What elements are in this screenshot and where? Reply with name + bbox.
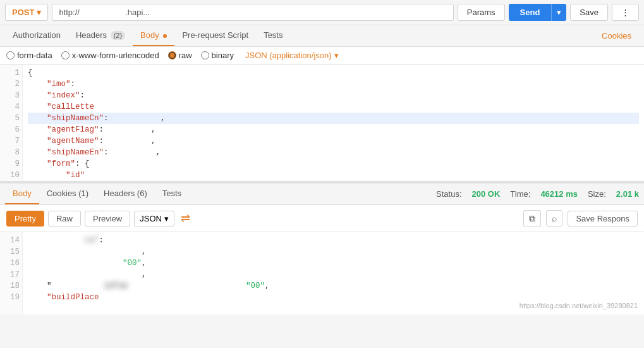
response-tab-nav: Body Cookies (1) Headers (6) Tests Statu… <box>0 183 644 205</box>
code-line-10: "id" <box>28 170 639 181</box>
json-type-selector[interactable]: JSON (application/json) ▾ <box>245 51 339 60</box>
watermark: https://blog.csdn.net/weixin_39280821 <box>519 302 638 309</box>
response-section: Body Cookies (1) Headers (6) Tests Statu… <box>0 183 644 314</box>
radio-form-data[interactable]: form-data <box>6 51 52 60</box>
resp-line-18: " ldTim "00", <box>28 280 639 292</box>
code-line-5: "shipNameCn": , <box>28 113 639 124</box>
send-group: Send ▾ <box>509 4 567 21</box>
code-line-1: { <box>28 67 639 78</box>
code-line-6: "agentFlag": , <box>28 124 639 135</box>
code-line-7: "agentName": , <box>28 135 639 147</box>
body-dot-indicator <box>163 34 167 38</box>
code-line-8: "shipNameEn": , <box>28 147 639 158</box>
response-line-numbers: 14 15 16 17 18 19 <box>0 232 23 314</box>
tab-headers[interactable]: Headers (2) <box>68 25 133 46</box>
code-line-4: "callLette <box>28 101 639 113</box>
radio-binary[interactable]: binary <box>201 51 234 60</box>
code-line-2: "imo": <box>28 78 639 90</box>
request-body-editor[interactable]: 1 2 3 4 5 6 7 8 9 10 11 12 13 { "imo": "… <box>0 65 644 183</box>
code-line-3: "index": <box>28 90 639 101</box>
save-extra-button[interactable]: ⋮ <box>612 4 639 21</box>
tab-authorization[interactable]: Authorization <box>5 25 68 46</box>
headers-badge: (2) <box>111 31 125 40</box>
tab-pre-request-script[interactable]: Pre-request Script <box>174 25 256 46</box>
resp-line-14: rs": <box>28 235 639 246</box>
response-tab-headers[interactable]: Headers (6) <box>96 183 155 204</box>
method-dropdown-icon: ▾ <box>37 8 41 17</box>
code-line-9: "form": { <box>28 158 639 170</box>
response-json-selector[interactable]: JSON ▾ <box>134 211 174 227</box>
method-button[interactable]: POST ▾ <box>5 4 48 21</box>
send-dropdown-button[interactable]: ▾ <box>551 4 566 21</box>
radio-raw[interactable]: raw <box>168 51 192 60</box>
body-type-bar: form-data x-www-form-urlencoded raw bina… <box>0 47 644 65</box>
save-button[interactable]: Save <box>570 4 608 21</box>
url-input[interactable] <box>52 4 453 21</box>
response-tab-tests[interactable]: Tests <box>155 183 189 204</box>
response-tab-body[interactable]: Body <box>5 183 39 204</box>
response-status-area: Status: 200 OK Time: 46212 ms Size: 2.01… <box>436 189 639 199</box>
resp-line-15: , <box>28 246 639 258</box>
tab-tests[interactable]: Tests <box>256 25 290 46</box>
preview-button[interactable]: Preview <box>85 211 130 227</box>
response-toolbar: Pretty Raw Preview JSON ▾ ⇌ ⧉ ⌕ Save Res… <box>0 205 644 232</box>
wrap-icon[interactable]: ⇌ <box>178 209 193 228</box>
search-button[interactable]: ⌕ <box>546 210 562 227</box>
send-button[interactable]: Send <box>509 4 552 21</box>
tab-cookies[interactable]: Cookies <box>594 26 639 46</box>
top-bar: POST ▾ Params Send ▾ Save ⋮ <box>0 0 644 25</box>
request-tab-nav: Authorization Headers (2) Body Pre-reque… <box>0 25 644 47</box>
params-button[interactable]: Params <box>458 4 505 21</box>
save-response-button[interactable]: Save Respons <box>568 211 638 227</box>
code-content: { "imo": "index": "callLette "shipNameCn… <box>23 65 644 181</box>
raw-button[interactable]: Raw <box>48 211 81 227</box>
response-tab-cookies[interactable]: Cookies (1) <box>39 183 96 204</box>
toolbar-right: ⧉ ⌕ Save Respons <box>523 210 638 227</box>
method-label: POST <box>12 8 34 17</box>
copy-button[interactable]: ⧉ <box>523 210 541 227</box>
resp-line-17: , <box>28 269 639 280</box>
line-numbers: 1 2 3 4 5 6 7 8 9 10 11 12 13 <box>0 65 23 181</box>
resp-line-16: "00", <box>28 258 639 269</box>
tab-body[interactable]: Body <box>133 25 174 46</box>
pretty-button[interactable]: Pretty <box>6 211 44 227</box>
radio-url-encoded[interactable]: x-www-form-urlencoded <box>61 51 159 60</box>
